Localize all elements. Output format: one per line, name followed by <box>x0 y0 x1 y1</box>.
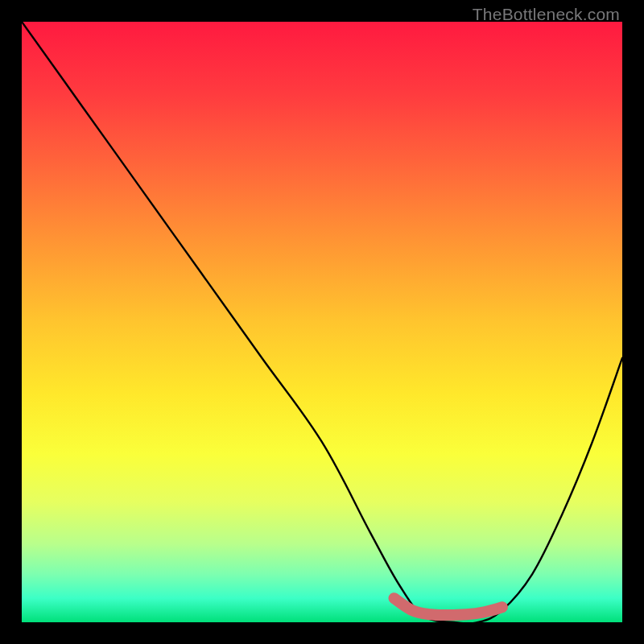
bottleneck-curve <box>22 22 622 622</box>
plot-area <box>22 22 622 622</box>
chart-frame: { "watermark": "TheBottleneck.com", "cha… <box>0 0 644 644</box>
optimal-range-end-dot <box>497 602 507 613</box>
curve-svg <box>22 22 622 622</box>
